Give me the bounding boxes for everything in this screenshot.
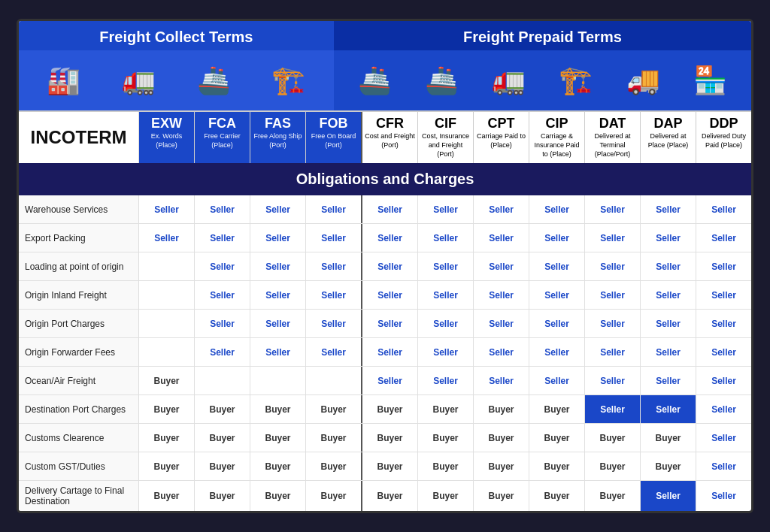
data-cell: Buyer: [195, 395, 250, 423]
row-cells: BuyerBuyerBuyerBuyerBuyerBuyerBuyerBuyer…: [139, 395, 751, 423]
collect-illustrations: 🏭 🚛 🚢 🏗️: [19, 50, 334, 110]
data-cell: Seller: [306, 281, 362, 309]
data-cell: Seller: [529, 195, 585, 223]
data-cell: Seller: [641, 252, 696, 280]
data-cell: Seller: [696, 424, 751, 452]
data-cell: Buyer: [139, 424, 195, 452]
illustration-row: 🏭 🚛 🚢 🏗️ 🚢 🚢 🚛 🏗️ 🚚 🏪: [19, 50, 751, 110]
data-cell: Seller: [641, 281, 696, 309]
data-cell: Seller: [195, 281, 250, 309]
row-cells: SellerSellerSellerSellerSellerSellerSell…: [139, 281, 751, 309]
data-cell: Seller: [418, 281, 474, 309]
truck2-icon: 🚛: [492, 67, 526, 94]
header-row: Freight Collect Terms Freight Prepaid Te…: [19, 21, 751, 50]
prepaid-illustrations: 🚢 🚢 🚛 🏗️ 🚚 🏪: [334, 50, 751, 110]
data-cell: Buyer: [139, 395, 195, 423]
row-cells: SellerSellerSellerSellerSellerSellerSell…: [139, 224, 751, 252]
row-label: Custom GST/Duties: [19, 452, 139, 480]
data-cell: Seller: [306, 338, 362, 366]
data-cell: Buyer: [418, 481, 474, 511]
table-row: Ocean/Air FreightBuyerSellerSellerSeller…: [19, 367, 751, 395]
data-cell: Seller: [418, 338, 474, 366]
crane-icon: 🏗️: [271, 67, 305, 94]
data-cell: Buyer: [529, 481, 585, 511]
obligations-header: Obligations and Charges: [19, 163, 751, 195]
collect-header: Freight Collect Terms: [19, 21, 334, 50]
data-cell: Seller: [362, 281, 418, 309]
data-cell: Buyer: [641, 424, 696, 452]
data-cell: Seller: [250, 224, 306, 252]
data-cell: Seller: [529, 310, 585, 337]
truck-icon: 🚛: [122, 67, 156, 94]
data-cell: Buyer: [250, 481, 306, 511]
data-cell: Seller: [306, 224, 362, 252]
row-label: Origin Inland Freight: [19, 281, 139, 309]
data-cell: Seller: [306, 252, 362, 280]
data-cell: Seller: [195, 310, 250, 337]
data-cell: Seller: [250, 310, 306, 337]
data-cell: Buyer: [585, 481, 641, 511]
row-label: Destination Port Charges: [19, 395, 139, 423]
data-cell: Seller: [641, 224, 696, 252]
warehouse-icon: 🏪: [693, 67, 727, 94]
data-cell: Seller: [418, 195, 474, 223]
main-container: Freight Collect Terms Freight Prepaid Te…: [17, 19, 753, 514]
prepaid-title: Freight Prepaid Terms: [463, 29, 622, 45]
ship2-icon: 🚢: [358, 67, 392, 94]
data-cell: [250, 367, 306, 394]
truck3-icon: 🚚: [626, 67, 660, 94]
data-cell: Buyer: [529, 395, 585, 423]
data-cell: Seller: [585, 252, 641, 280]
row-cells: SellerSellerSellerSellerSellerSellerSell…: [139, 310, 751, 337]
data-cell: Buyer: [474, 424, 529, 452]
data-cell: Seller: [418, 310, 474, 337]
data-cell: Seller: [195, 195, 250, 223]
data-cell: Seller: [195, 252, 250, 280]
term-cell-ddp: DDPDelivered Duty Paid (Place): [696, 112, 751, 164]
data-cell: Seller: [306, 310, 362, 337]
data-cell: Seller: [641, 367, 696, 394]
data-cell: Seller: [474, 195, 529, 223]
data-cell: Seller: [139, 195, 195, 223]
data-cell: Seller: [195, 224, 250, 252]
row-cells: BuyerBuyerBuyerBuyerBuyerBuyerBuyerBuyer…: [139, 424, 751, 452]
row-cells: BuyerBuyerBuyerBuyerBuyerBuyerBuyerBuyer…: [139, 452, 751, 480]
data-cell: Seller: [641, 338, 696, 366]
data-cell: Seller: [696, 281, 751, 309]
data-cell: Buyer: [195, 452, 250, 480]
data-rows: Warehouse ServicesSellerSellerSellerSell…: [19, 195, 751, 511]
row-cells: SellerSellerSellerSellerSellerSellerSell…: [139, 195, 751, 223]
crane2-icon: 🏗️: [559, 67, 593, 94]
term-cell-fob: FOBFree On Board (Port): [306, 112, 362, 164]
data-cell: Seller: [418, 224, 474, 252]
data-cell: Buyer: [139, 481, 195, 511]
data-cell: [139, 310, 195, 337]
row-label: Ocean/Air Freight: [19, 367, 139, 394]
data-cell: Buyer: [250, 452, 306, 480]
data-cell: Buyer: [362, 481, 418, 511]
data-cell: [139, 338, 195, 366]
table-row: Warehouse ServicesSellerSellerSellerSell…: [19, 195, 751, 224]
term-cell-fca: FCAFree Carrier (Place): [195, 112, 250, 164]
term-cell-fas: FASFree Along Ship (Port): [250, 112, 306, 164]
data-cell: Seller: [250, 195, 306, 223]
data-cell: Seller: [474, 224, 529, 252]
row-label: Customs Clearence: [19, 424, 139, 452]
data-cell: Seller: [529, 367, 585, 394]
data-cell: Seller: [362, 310, 418, 337]
data-cell: Seller: [529, 224, 585, 252]
data-cell: Seller: [474, 367, 529, 394]
table-row: Destination Port ChargesBuyerBuyerBuyerB…: [19, 395, 751, 424]
data-cell: Seller: [696, 195, 751, 223]
data-cell: Buyer: [139, 452, 195, 480]
table-row: Export PackingSellerSellerSellerSellerSe…: [19, 224, 751, 252]
data-cell: Seller: [474, 281, 529, 309]
data-cell: Buyer: [474, 481, 529, 511]
data-cell: Seller: [529, 281, 585, 309]
row-cells: SellerSellerSellerSellerSellerSellerSell…: [139, 252, 751, 280]
table-row: Customs ClearenceBuyerBuyerBuyerBuyerBuy…: [19, 424, 751, 452]
data-cell: Seller: [585, 195, 641, 223]
data-cell: Buyer: [306, 424, 362, 452]
data-cell: Seller: [250, 281, 306, 309]
data-cell: Seller: [696, 481, 751, 511]
